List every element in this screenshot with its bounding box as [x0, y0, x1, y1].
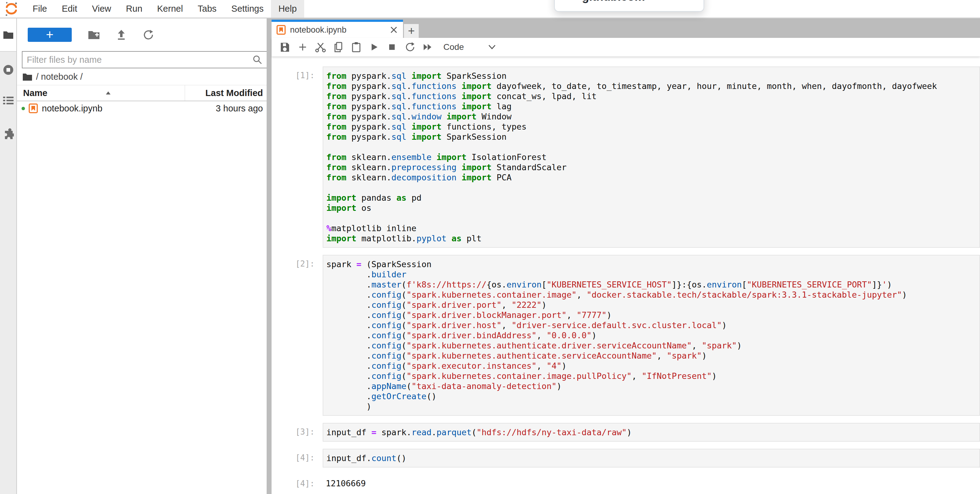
code-line: .master(f'k8s://https://{os.environ["KUB…: [326, 280, 979, 290]
add-cell-icon[interactable]: [294, 43, 312, 51]
code-line: from pyspark.sql.functions import concat…: [326, 91, 979, 101]
input-prompt: [3]:: [272, 423, 323, 442]
menu-tabs[interactable]: Tabs: [190, 0, 224, 17]
jupyter-logo-icon: [4, 1, 19, 17]
save-icon[interactable]: [276, 42, 294, 52]
code-line: from pyspark.sql.functions import lag: [326, 101, 979, 111]
chevron-down-icon[interactable]: [488, 44, 496, 50]
code-line: from sklearn.ensemble import IsolationFo…: [326, 152, 979, 162]
code-line: import pandas as pd: [326, 193, 979, 203]
code-line: from pyspark.sql.window import Window: [326, 111, 979, 122]
menu-view[interactable]: View: [85, 0, 119, 17]
notebook-content[interactable]: [1]:from pyspark.sql import SparkSession…: [272, 57, 980, 494]
code-line: from pyspark.sql import SparkSession: [326, 132, 979, 142]
paste-icon[interactable]: [347, 42, 365, 52]
menu-help[interactable]: Help: [271, 0, 304, 17]
cell-output-area[interactable]: 12106669: [323, 475, 980, 492]
search-icon: [253, 55, 262, 65]
code-cell[interactable]: [1]:from pyspark.sql import SparkSession…: [272, 67, 980, 248]
code-line: .config("spark.kubernetes.authenticate.d…: [326, 340, 979, 351]
code-line: input_df.count(): [326, 453, 979, 463]
cell-code-editor[interactable]: from pyspark.sql import SparkSessionfrom…: [323, 67, 980, 248]
code-line: .config("spark.executor.instances", "4"): [326, 361, 979, 371]
sort-asc-icon: [106, 91, 111, 94]
left-sidebar-strip: [0, 19, 17, 494]
code-line: .config("spark.kubernetes.authenticate.s…: [326, 351, 979, 361]
code-line: .config("spark.driver.host", "driver-ser…: [326, 320, 979, 330]
code-line: [326, 213, 979, 223]
code-line: 12106669: [326, 478, 980, 488]
code-line: .config("spark.driver.blockManager.port"…: [326, 310, 979, 320]
run-icon[interactable]: [365, 43, 383, 51]
cell-type-dropdown[interactable]: Code: [443, 42, 464, 52]
upload-icon[interactable]: [116, 29, 127, 40]
github-popup[interactable]: github.com: [554, 0, 704, 12]
code-line: .config("spark.driver.bindAddress", "0.0…: [326, 330, 979, 340]
code-line: .config("spark.kubernetes.container.imag…: [326, 290, 979, 300]
input-prompt: [2]:: [272, 255, 323, 416]
cut-icon[interactable]: [312, 42, 329, 52]
menu-edit[interactable]: Edit: [54, 0, 85, 17]
code-cell[interactable]: [2]:spark = (SparkSession .builder .mast…: [272, 255, 980, 416]
filter-files-input[interactable]: Filter files by name: [22, 51, 267, 68]
notebook-panel: notebook.ipynb +: [272, 19, 980, 494]
close-tab-icon[interactable]: [390, 25, 398, 34]
restart-run-all-icon[interactable]: [419, 43, 437, 51]
stop-icon[interactable]: [383, 43, 401, 51]
file-list-header: Name Last Modified: [17, 85, 267, 101]
file-browser-icon[interactable]: [3, 30, 14, 41]
input-prompt: [4]:: [272, 449, 323, 467]
code-line: %matplotlib inline: [326, 223, 979, 233]
code-line: from pyspark.sql.functions import dayofw…: [326, 81, 979, 91]
breadcrumb-path: / notebook /: [36, 72, 83, 82]
file-browser-toolbar: +: [17, 19, 267, 47]
filter-placeholder: Filter files by name: [27, 55, 253, 65]
main-menu-bar: File Edit View Run Kernel Tabs Settings …: [0, 0, 980, 19]
notebook-file-icon: [29, 103, 38, 113]
cell-code-editor[interactable]: input_df.count(): [323, 449, 980, 467]
new-folder-icon[interactable]: [88, 30, 100, 40]
panel-splitter[interactable]: [267, 19, 272, 494]
table-of-contents-icon[interactable]: [3, 96, 14, 106]
refresh-icon[interactable]: [143, 29, 154, 40]
extensions-icon[interactable]: [3, 128, 14, 141]
code-cell[interactable]: [3]:input_df = spark.read.parquet("hdfs:…: [272, 423, 980, 442]
code-line: ): [326, 401, 979, 411]
file-row-notebook[interactable]: notebook.ipynb 3 hours ago: [17, 101, 267, 116]
breadcrumb[interactable]: / notebook /: [17, 68, 267, 85]
code-line: spark = (SparkSession: [326, 259, 979, 269]
new-tab-button[interactable]: +: [404, 24, 419, 38]
restart-kernel-icon[interactable]: [401, 42, 419, 52]
menu-file[interactable]: File: [25, 0, 54, 17]
menu-kernel[interactable]: Kernel: [150, 0, 190, 17]
code-line: import os: [326, 203, 979, 213]
code-line: import matplotlib.pyplot as plt: [326, 233, 979, 243]
code-cell[interactable]: [4]:input_df.count(): [272, 449, 980, 467]
code-line: .config("spark.driver.port", "2222"): [326, 300, 979, 310]
code-line: from sklearn.decomposition import PCA: [326, 172, 979, 183]
kernel-running-dot: [22, 107, 25, 110]
tab-notebook[interactable]: notebook.ipynb: [272, 20, 403, 38]
cell-code-editor[interactable]: spark = (SparkSession .builder .master(f…: [323, 255, 980, 416]
home-folder-icon: [22, 73, 32, 81]
menu-run[interactable]: Run: [119, 0, 150, 17]
code-line: .builder: [326, 269, 979, 280]
copy-icon[interactable]: [329, 42, 347, 52]
code-line: .getOrCreate(): [326, 391, 979, 401]
running-sessions-icon[interactable]: [2, 64, 14, 77]
code-line: [326, 183, 979, 193]
dock-tab-bar: notebook.ipynb +: [272, 19, 980, 38]
code-line: from pyspark.sql import functions, types: [326, 122, 979, 132]
code-line: .config("spark.kubernetes.container.imag…: [326, 371, 979, 381]
new-launcher-button[interactable]: +: [28, 28, 72, 42]
code-line: .appName("taxi-data-anomaly-detection"): [326, 381, 979, 391]
column-header-last-modified[interactable]: Last Modified: [185, 85, 267, 101]
code-line: from pyspark.sql import SparkSession: [326, 71, 979, 81]
file-browser-panel: + Filter files by nam: [17, 19, 267, 494]
cell-code-editor[interactable]: input_df = spark.read.parquet("hdfs://hd…: [323, 423, 980, 442]
column-header-name[interactable]: Name: [17, 88, 185, 98]
output-cell[interactable]: [4]:12106669: [272, 475, 980, 492]
file-name: notebook.ipynb: [42, 103, 216, 114]
file-modified: 3 hours ago: [216, 103, 267, 114]
menu-settings[interactable]: Settings: [224, 0, 271, 17]
